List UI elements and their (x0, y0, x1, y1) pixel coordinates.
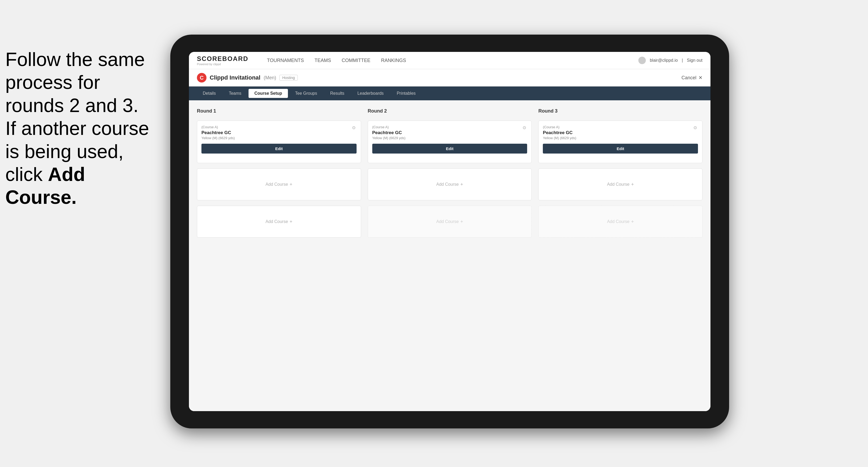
round-2-add-course-2-button: Add Course + (368, 206, 532, 238)
round-2-add-course-2-label: Add Course (436, 219, 459, 224)
clippd-icon: C (197, 73, 207, 83)
tab-details[interactable]: Details (197, 89, 222, 98)
cancel-button[interactable]: Cancel ✕ (681, 75, 703, 81)
nav-links: TOURNAMENTS TEAMS COMMITTEE RANKINGS (267, 58, 625, 63)
nav-tournaments[interactable]: TOURNAMENTS (267, 58, 304, 63)
rounds-grid: Round 1 (Course A) Peachtree GC Yellow (… (197, 108, 703, 238)
round-1-add-course-plus-icon: + (289, 182, 292, 187)
nav-committee[interactable]: COMMITTEE (342, 58, 370, 63)
round-3-add-course-2-label: Add Course (607, 219, 629, 224)
round-1-column: Round 1 (Course A) Peachtree GC Yellow (… (197, 108, 361, 238)
round-3-course-name: Peachtree GC (543, 130, 576, 135)
nav-right: blair@clippd.io | Sign out (638, 57, 703, 64)
main-content: Round 1 (Course A) Peachtree GC Yellow (… (189, 100, 710, 411)
round-3-column: Round 3 (Course A) Peachtree GC Yellow (… (538, 108, 703, 238)
round-3-add-course-2-button: Add Course + (538, 206, 703, 238)
round-3-add-course-label: Add Course (607, 182, 629, 187)
instruction-line4: If another course (5, 118, 149, 139)
close-icon: ✕ (699, 75, 703, 81)
tab-results[interactable]: Results (324, 89, 350, 98)
sign-out-link[interactable]: Sign out (687, 58, 703, 63)
tab-teams[interactable]: Teams (223, 89, 247, 98)
round-2-course-details: Yellow (M) (6629 yds) (372, 136, 406, 140)
round-3-course-card: (Course A) Peachtree GC Yellow (M) (6629… (538, 121, 703, 163)
nav-rankings[interactable]: RANKINGS (381, 58, 406, 63)
scoreboard-logo: SCOREBOARD (197, 55, 248, 63)
round-1-add-course-2-button[interactable]: Add Course + (197, 206, 361, 238)
round-1-card-header: (Course A) Peachtree GC Yellow (M) (6629… (202, 125, 356, 144)
instruction-line6-plain: click (5, 164, 48, 185)
round-3-edit-button[interactable]: Edit (543, 144, 698, 154)
round-2-add-course-plus-icon: + (460, 182, 463, 187)
round-2-course-card: (Course A) Peachtree GC Yellow (M) (6629… (368, 121, 532, 163)
round-1-course-details: Yellow (M) (6629 yds) (202, 136, 235, 140)
round-2-delete-icon[interactable]: ⊙ (522, 125, 527, 130)
round-3-course-details: Yellow (M) (6629 yds) (543, 136, 576, 140)
round-2-column: Round 2 (Course A) Peachtree GC Yellow (… (368, 108, 532, 238)
tab-tee-groups[interactable]: Tee Groups (289, 89, 323, 98)
round-3-delete-icon[interactable]: ⊙ (692, 125, 698, 130)
tablet-screen: SCOREBOARD Powered by clippd TOURNAMENTS… (189, 52, 710, 411)
tournament-title: C Clippd Invitational (Men) Hosting (197, 73, 298, 83)
hosting-badge: Hosting (279, 75, 298, 81)
round-3-course-label: (Course A) (543, 125, 576, 129)
round-1-course-label: (Course A) (202, 125, 235, 129)
tab-bar: Details Teams Course Setup Tee Groups Re… (189, 87, 710, 100)
round-1-add-course-button[interactable]: Add Course + (197, 168, 361, 200)
logo-subtitle: Powered by clippd (197, 63, 248, 66)
instruction-line2: process for (5, 71, 100, 93)
round-3-title: Round 3 (538, 108, 703, 114)
round-3-card-header: (Course A) Peachtree GC Yellow (M) (6629… (543, 125, 698, 144)
round-2-course-label: (Course A) (372, 125, 406, 129)
round-3-add-course-plus-icon: + (631, 182, 634, 187)
logo-area: SCOREBOARD Powered by clippd (197, 55, 248, 66)
round-1-title: Round 1 (197, 108, 361, 114)
round-2-add-course-label: Add Course (436, 182, 459, 187)
tournament-name: Clippd Invitational (210, 74, 260, 81)
round-1-add-course-2-plus-icon: + (289, 219, 292, 225)
tablet-frame: SCOREBOARD Powered by clippd TOURNAMENTS… (170, 35, 729, 428)
round-1-add-course-label: Add Course (266, 182, 288, 187)
instruction-line1: Follow the same (5, 49, 145, 70)
round-3-add-course-button[interactable]: Add Course + (538, 168, 703, 200)
round-2-edit-button[interactable]: Edit (372, 144, 527, 154)
tab-leaderboards[interactable]: Leaderboards (351, 89, 390, 98)
round-2-add-course-2-plus-icon: + (460, 219, 463, 225)
round-1-course-name: Peachtree GC (202, 130, 235, 135)
top-nav: SCOREBOARD Powered by clippd TOURNAMENTS… (189, 52, 710, 69)
men-label: (Men) (264, 75, 276, 81)
user-avatar (638, 57, 646, 64)
round-1-edit-button[interactable]: Edit (202, 144, 356, 154)
cancel-label: Cancel (681, 75, 696, 81)
nav-teams[interactable]: TEAMS (314, 58, 331, 63)
nav-separator: | (682, 58, 683, 63)
round-2-card-header: (Course A) Peachtree GC Yellow (M) (6629… (372, 125, 527, 144)
round-2-course-name: Peachtree GC (372, 130, 406, 135)
round-2-title: Round 2 (368, 108, 532, 114)
round-1-add-course-2-label: Add Course (266, 219, 288, 224)
tab-course-setup[interactable]: Course Setup (249, 89, 288, 98)
tab-printables[interactable]: Printables (391, 89, 422, 98)
instruction-line5: is being used, (5, 141, 123, 162)
sub-header: C Clippd Invitational (Men) Hosting Canc… (189, 69, 710, 87)
user-email: blair@clippd.io (650, 58, 678, 63)
round-3-add-course-2-plus-icon: + (631, 219, 634, 225)
instruction-text: Follow the same process for rounds 2 and… (5, 48, 160, 209)
round-2-add-course-button[interactable]: Add Course + (368, 168, 532, 200)
round-1-course-card: (Course A) Peachtree GC Yellow (M) (6629… (197, 121, 361, 163)
instruction-line3: rounds 2 and 3. (5, 95, 138, 116)
round-1-delete-icon[interactable]: ⊙ (351, 125, 356, 130)
